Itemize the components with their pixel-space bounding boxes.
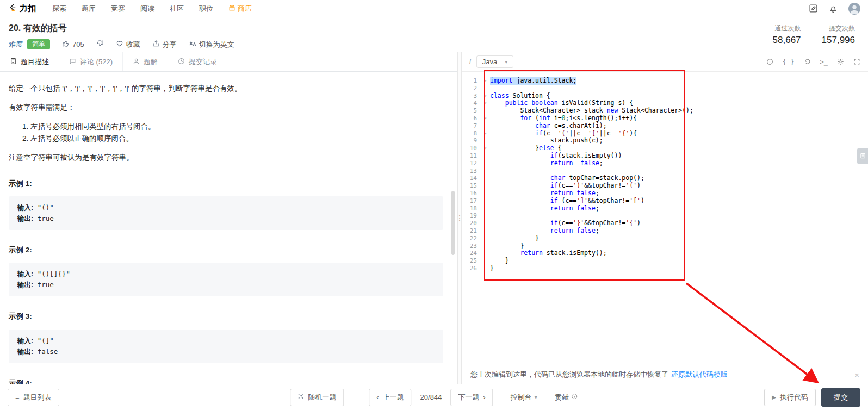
- language-info-icon[interactable]: i: [469, 58, 471, 66]
- terminal-icon[interactable]: >_: [820, 58, 828, 66]
- code-text: [490, 167, 494, 175]
- topnav-right: [809, 3, 860, 15]
- nav-item-store[interactable]: 商店: [228, 4, 252, 14]
- fold-icon[interactable]: ▾: [481, 130, 490, 138]
- line-number: 12: [462, 160, 481, 167]
- code-text: if(stack.isEmpty()): [490, 152, 622, 160]
- code-line-21[interactable]: 21 return false;: [462, 227, 868, 235]
- code-line-12[interactable]: 12 return false;: [462, 160, 868, 167]
- tab-label: 题解: [144, 57, 158, 67]
- example-title-1: 示例 1:: [9, 178, 443, 190]
- nav-item-6[interactable]: 职位: [199, 4, 213, 14]
- reset-code-icon[interactable]: [804, 58, 811, 65]
- nav-item-4[interactable]: 阅读: [140, 4, 154, 14]
- problem-list-button[interactable]: ≡ 题目列表: [8, 389, 59, 406]
- fold-icon[interactable]: ▾: [481, 77, 490, 85]
- random-question-button[interactable]: 随机一题: [290, 389, 344, 406]
- code-editor[interactable]: 1▾import java.util.Stack;2 3▾class Solut…: [462, 72, 868, 365]
- code-line-16[interactable]: 16 return false;: [462, 190, 868, 197]
- chevron-down-icon: ▾: [535, 394, 537, 400]
- code-line-19[interactable]: 19: [462, 212, 868, 220]
- share-label: 分享: [163, 40, 177, 49]
- code-line-10[interactable]: 10▾ }else {: [462, 145, 868, 152]
- panel-resize-handle[interactable]: ⋮: [457, 52, 462, 384]
- prev-question-button[interactable]: ‹ 上一题: [369, 389, 411, 406]
- tab-solutions[interactable]: 题解: [123, 52, 168, 71]
- leetcode-logo[interactable]: 力扣: [8, 3, 36, 14]
- code-line-6[interactable]: 6▾ for (int i=0;i<s.length();i++){: [462, 115, 868, 122]
- console-toggle[interactable]: 控制台 ▾: [511, 393, 537, 402]
- nav-item-2[interactable]: 题库: [82, 4, 96, 14]
- switch-language-button[interactable]: 切换为英文: [189, 40, 234, 49]
- nav-item-1[interactable]: 探索: [52, 4, 66, 14]
- restore-notice: 您上次编辑到这里，代码已从您浏览器本地的临时存储中恢复了 还原默认代码模版 ×: [462, 365, 868, 384]
- note-icon: [860, 151, 866, 161]
- code-line-1[interactable]: 1▾import java.util.Stack;: [462, 77, 868, 85]
- compose-icon[interactable]: [809, 4, 818, 13]
- logo-text: 力扣: [20, 3, 36, 14]
- code-line-20[interactable]: 20 if(c=='}'&&topChar!='{'): [462, 220, 868, 227]
- share-button[interactable]: 分享: [152, 40, 177, 49]
- code-line-25[interactable]: 25 }: [462, 257, 868, 265]
- code-line-24[interactable]: 24 return stack.isEmpty();: [462, 250, 868, 257]
- next-question-button[interactable]: 下一题 ›: [450, 389, 493, 406]
- notifications-bell-icon[interactable]: [829, 4, 838, 13]
- tab-comments[interactable]: 评论 (522): [59, 52, 123, 71]
- language-select[interactable]: Java ▾: [476, 55, 514, 68]
- fold-icon[interactable]: ▾: [481, 92, 490, 100]
- like-button[interactable]: 705: [62, 40, 84, 49]
- nav-items: 探索题库竞赛阅读社区职位: [52, 4, 213, 14]
- io-line: 输入: "(]": [17, 336, 435, 346]
- fold-spacer: [481, 122, 490, 130]
- feedback-side-tab[interactable]: [857, 148, 868, 164]
- code-line-23[interactable]: 23 }: [462, 243, 868, 250]
- submit-button[interactable]: 提交: [821, 388, 860, 407]
- close-icon[interactable]: ×: [854, 370, 859, 380]
- code-text: }: [490, 265, 494, 272]
- console-label: 控制台: [511, 393, 532, 402]
- restore-default-link[interactable]: 还原默认代码模版: [671, 370, 728, 380]
- nav-item-5[interactable]: 社区: [170, 4, 184, 14]
- fold-icon[interactable]: ▾: [481, 115, 490, 122]
- code-line-13[interactable]: 13: [462, 167, 868, 175]
- line-number: 16: [462, 190, 481, 197]
- run-code-button[interactable]: ▶ 执行代码: [764, 389, 816, 406]
- nav-item-3[interactable]: 竞赛: [111, 4, 125, 14]
- code-line-18[interactable]: 18 return false;: [462, 205, 868, 213]
- code-line-2[interactable]: 2: [462, 85, 868, 92]
- code-text: return false;: [490, 190, 599, 197]
- code-line-22[interactable]: 22 }: [462, 235, 868, 243]
- tab-description[interactable]: 题目描述: [0, 52, 59, 71]
- info-icon[interactable]: [766, 58, 773, 65]
- fullscreen-icon[interactable]: [853, 58, 860, 65]
- code-line-11[interactable]: 11 if(stack.isEmpty()): [462, 152, 868, 160]
- line-number: 14: [462, 175, 481, 182]
- footer-bar: ≡ 题目列表 随机一题 ‹ 上一题 20/844 下一题 › 控制台 ▾: [0, 384, 868, 410]
- code-line-14[interactable]: 14 char topChar=stack.pop();: [462, 175, 868, 182]
- code-line-9[interactable]: 9 stack.push(c);: [462, 137, 868, 145]
- leetcode-logo-icon: [8, 3, 17, 14]
- comment-icon: [69, 58, 76, 66]
- code-line-17[interactable]: 17 if (c==']'&&topChar!='['): [462, 197, 868, 205]
- io-label: 输入:: [17, 337, 33, 345]
- code-line-15[interactable]: 15 if(c==')'&&topChar!='('): [462, 182, 868, 190]
- settings-gear-icon[interactable]: [837, 58, 844, 65]
- user-avatar[interactable]: [848, 3, 860, 15]
- accepted-label: 通过次数: [773, 24, 801, 33]
- code-line-4[interactable]: 4▾ public boolean isValid(String s) {: [462, 100, 868, 107]
- code-line-8[interactable]: 8▾ if(c=='('||c=='['||c=='{'){: [462, 130, 868, 138]
- fold-icon[interactable]: ▾: [481, 145, 490, 152]
- shuffle-icon: [297, 393, 304, 401]
- tab-submissions[interactable]: 提交记录: [168, 52, 227, 71]
- code-line-26[interactable]: 26}: [462, 265, 868, 272]
- format-braces-icon[interactable]: { }: [783, 58, 795, 66]
- favorite-button[interactable]: 收藏: [116, 40, 140, 49]
- dislike-button[interactable]: [96, 40, 104, 49]
- code-line-7[interactable]: 7 char c=s.charAt(i);: [462, 122, 868, 130]
- code-line-3[interactable]: 3▾class Solution {: [462, 92, 868, 100]
- main-split: 题目描述 评论 (522) 题解: [0, 52, 868, 384]
- description-scrollbar[interactable]: [451, 191, 455, 255]
- fold-icon[interactable]: ▾: [481, 100, 490, 107]
- contribute-control[interactable]: 贡献: [555, 393, 578, 402]
- code-line-5[interactable]: 5 Stack<Character> stack=new Stack<Chara…: [462, 107, 868, 115]
